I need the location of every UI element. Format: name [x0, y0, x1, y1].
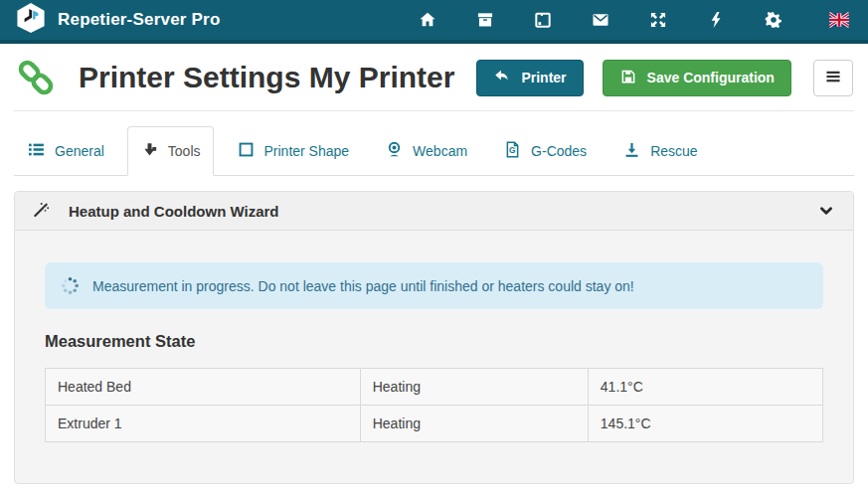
measurement-table: Heated Bed Heating 41.1°C Extruder 1 Hea… [45, 368, 823, 442]
archive-box-icon[interactable] [474, 9, 496, 31]
settings-gear-icon[interactable] [763, 9, 784, 31]
app-window: Repetier-Server Pro [0, 0, 868, 484]
tab-gcodes[interactable]: G G-Codes [490, 126, 600, 176]
tool-extruder-icon [140, 140, 159, 162]
expand-arrows-icon[interactable] [647, 9, 669, 31]
state-cell: Heating [360, 369, 588, 406]
rescue-plunger-icon [622, 140, 641, 162]
save-floppy-icon [619, 68, 637, 88]
tab-webcam-label: Webcam [413, 143, 467, 159]
printer-button[interactable]: Printer [476, 60, 583, 96]
chevron-down-icon [816, 201, 836, 221]
gcode-file-icon: G [503, 140, 522, 162]
top-navbar: Repetier-Server Pro [0, 0, 868, 44]
reply-arrow-icon [493, 68, 511, 88]
link-chain-icon [14, 56, 58, 99]
tab-printer-shape[interactable]: Printer Shape [224, 126, 363, 176]
temperature-cell: 145.1°C [588, 406, 822, 442]
state-cell: Heating [360, 406, 588, 442]
page-title: Printer Settings My Printer [79, 61, 454, 94]
settings-tabbar: General Tools Printer Shape Webcam G G-C… [14, 126, 854, 176]
tab-rescue[interactable]: Rescue [609, 126, 710, 176]
measurement-progress-alert: Measurement in progress. Do not leave th… [45, 262, 823, 309]
tab-webcam[interactable]: Webcam [372, 126, 480, 176]
navbar-icon-menu [417, 9, 850, 31]
device-cell: Heated Bed [46, 369, 361, 406]
brand-link[interactable]: Repetier-Server Pro [16, 2, 220, 38]
header-divider [14, 110, 854, 111]
hamburger-icon [824, 68, 842, 88]
heatup-wizard-panel: Heatup and Cooldown Wizard [14, 191, 854, 484]
panel-body: Measurement in progress. Do not leave th… [15, 231, 853, 442]
printer-frame-icon[interactable] [532, 9, 554, 31]
repetier-logo-icon [16, 2, 46, 38]
home-icon[interactable] [417, 9, 438, 31]
magic-wand-icon [32, 201, 52, 221]
spinner-icon [61, 276, 80, 295]
tab-printer-shape-label: Printer Shape [264, 143, 350, 159]
device-cell: Extruder 1 [46, 406, 361, 442]
measurement-state-heading: Measurement State [45, 332, 823, 351]
tab-tools-label: Tools [168, 143, 201, 159]
tab-gcodes-label: G-Codes [531, 143, 587, 159]
language-flag-uk-icon[interactable] [828, 9, 850, 31]
printer-button-label: Printer [521, 70, 566, 85]
save-configuration-label: Save Configuration [647, 70, 775, 85]
mail-icon[interactable] [590, 9, 611, 31]
heatup-wizard-panel-header[interactable]: Heatup and Cooldown Wizard [15, 192, 853, 231]
menu-button[interactable] [813, 60, 853, 96]
alert-message: Measurement in progress. Do not leave th… [92, 278, 634, 294]
lightning-bolt-icon[interactable] [705, 9, 727, 31]
panel-title: Heatup and Cooldown Wizard [69, 203, 279, 220]
tab-rescue-label: Rescue [650, 143, 697, 159]
tab-general-label: General [55, 143, 104, 159]
table-row-extruder-1: Extruder 1 Heating 145.1°C [46, 406, 823, 442]
tab-tools[interactable]: Tools [127, 126, 214, 176]
save-configuration-button[interactable]: Save Configuration [603, 60, 791, 96]
temperature-cell: 41.1°C [588, 369, 822, 406]
square-outline-icon [237, 140, 256, 162]
table-row-heated-bed: Heated Bed Heating 41.1°C [46, 369, 823, 406]
webcam-icon [385, 140, 404, 162]
tab-general[interactable]: General [14, 126, 117, 176]
brand-title: Repetier-Server Pro [58, 10, 220, 30]
svg-text:G: G [509, 145, 515, 155]
list-icon [27, 140, 46, 162]
page-header: Printer Settings My Printer Printer Save… [0, 44, 868, 108]
